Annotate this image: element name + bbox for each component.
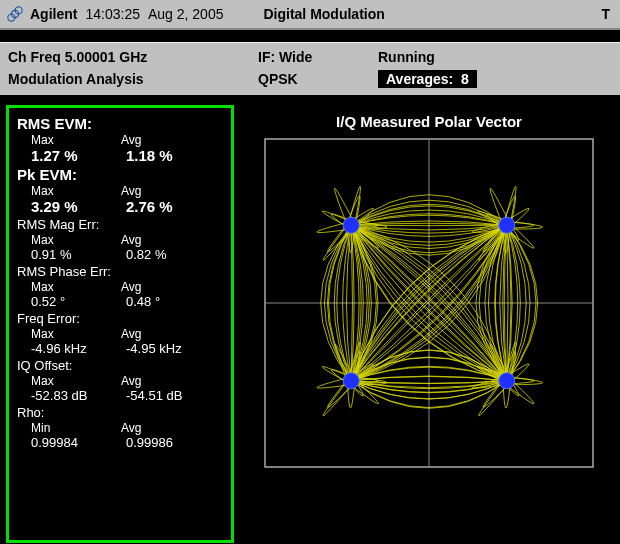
- infobar: Ch Freq 5.00001 GHz IF: Wide Running Mod…: [0, 42, 620, 95]
- metrics-panel: RMS EVM:MaxAvg1.27 %1.18 %Pk EVM:MaxAvg3…: [6, 105, 234, 543]
- averages-value: 8: [461, 71, 469, 87]
- metric-value: -4.96 kHz: [17, 341, 112, 356]
- metric-value: -4.95 kHz: [112, 341, 207, 356]
- constellation-point: [343, 373, 359, 389]
- trigger-indicator: T: [601, 6, 610, 22]
- metric-values: 3.29 %2.76 %: [17, 198, 223, 215]
- ch-freq-label: Ch Freq: [8, 49, 61, 65]
- metric-sublabels: MaxAvg: [17, 184, 223, 198]
- constellation-point: [499, 373, 515, 389]
- metric-col-label: Avg: [107, 374, 197, 388]
- if-value: Wide: [279, 49, 312, 65]
- metric-value: 0.82 %: [112, 247, 207, 262]
- metric-value: 0.99984: [17, 435, 112, 450]
- metric-sublabels: MaxAvg: [17, 233, 223, 247]
- clock-date: Aug 2, 2005: [148, 6, 224, 22]
- metric-value: 0.91 %: [17, 247, 112, 262]
- metric-col-label: Max: [17, 233, 107, 247]
- metric-value: 1.18 %: [112, 147, 207, 164]
- measurement-mode: Modulation Analysis: [8, 71, 258, 87]
- plot-panel: I/Q Measured Polar Vector: [244, 105, 614, 543]
- modulation-type: QPSK: [258, 71, 378, 87]
- metric-col-label: Max: [17, 133, 107, 147]
- run-status: Running: [378, 49, 612, 65]
- metric-col-label: Max: [17, 327, 107, 341]
- metric-title: Rho:: [17, 405, 223, 420]
- metric-title: IQ Offset:: [17, 358, 223, 373]
- metric-col-label: Avg: [107, 327, 197, 341]
- metric-title: Pk EVM:: [17, 166, 223, 183]
- constellation-point: [343, 217, 359, 233]
- metric-sublabels: MaxAvg: [17, 280, 223, 294]
- brand-logo-icon: [6, 5, 24, 23]
- metric-col-label: Avg: [107, 133, 197, 147]
- clock-time: 14:03:25: [85, 6, 140, 22]
- if-label: IF:: [258, 49, 275, 65]
- metric-value: 1.27 %: [17, 147, 112, 164]
- metric-value: -52.83 dB: [17, 388, 112, 403]
- mode-title: Digital Modulation: [263, 6, 384, 22]
- metric-values: -4.96 kHz-4.95 kHz: [17, 341, 223, 356]
- metric-sublabels: MaxAvg: [17, 374, 223, 388]
- metric-values: -52.83 dB-54.51 dB: [17, 388, 223, 403]
- metric-col-label: Max: [17, 280, 107, 294]
- metric-value: 2.76 %: [112, 198, 207, 215]
- metric-col-label: Avg: [107, 280, 197, 294]
- metric-col-label: Avg: [107, 233, 197, 247]
- if-setting: IF: Wide: [258, 49, 378, 65]
- metric-col-label: Max: [17, 374, 107, 388]
- ch-freq: Ch Freq 5.00001 GHz: [8, 49, 258, 65]
- constellation-point: [499, 217, 515, 233]
- metric-values: 0.999840.99986: [17, 435, 223, 450]
- metric-col-label: Avg: [107, 421, 197, 435]
- metric-sublabels: MaxAvg: [17, 133, 223, 147]
- iq-polar-plot: [264, 138, 594, 468]
- metric-value: 3.29 %: [17, 198, 112, 215]
- divider: [0, 30, 620, 42]
- averages-box: Averages: 8: [378, 70, 477, 88]
- content-area: RMS EVM:MaxAvg1.27 %1.18 %Pk EVM:MaxAvg3…: [0, 95, 620, 544]
- plot-title: I/Q Measured Polar Vector: [336, 113, 522, 130]
- metric-values: 1.27 %1.18 %: [17, 147, 223, 164]
- metric-col-label: Avg: [107, 184, 197, 198]
- metric-value: 0.48 °: [112, 294, 207, 309]
- metric-col-label: Max: [17, 184, 107, 198]
- ch-freq-value: 5.00001 GHz: [65, 49, 148, 65]
- metric-value: -54.51 dB: [112, 388, 207, 403]
- metric-sublabels: MinAvg: [17, 421, 223, 435]
- metric-title: RMS Phase Err:: [17, 264, 223, 279]
- metric-col-label: Min: [17, 421, 107, 435]
- averages-label: Averages:: [386, 71, 453, 87]
- metric-title: RMS EVM:: [17, 115, 223, 132]
- metric-values: 0.52 °0.48 °: [17, 294, 223, 309]
- metric-values: 0.91 %0.82 %: [17, 247, 223, 262]
- metric-sublabels: MaxAvg: [17, 327, 223, 341]
- topbar: Agilent 14:03:25 Aug 2, 2005 Digital Mod…: [0, 0, 620, 30]
- metric-value: 0.99986: [112, 435, 207, 450]
- metric-value: 0.52 °: [17, 294, 112, 309]
- brand-name: Agilent: [30, 6, 77, 22]
- metric-title: RMS Mag Err:: [17, 217, 223, 232]
- metric-title: Freq Error:: [17, 311, 223, 326]
